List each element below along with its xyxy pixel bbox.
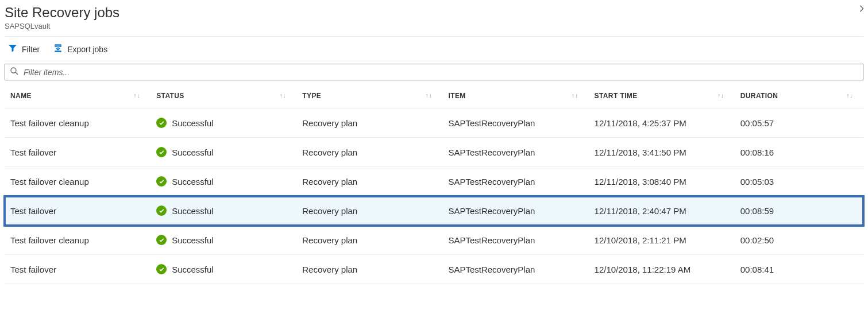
- col-header-type[interactable]: TYPE ↑↓: [296, 84, 442, 108]
- status-label: Successful: [172, 265, 214, 274]
- sort-icon: ↑↓: [279, 92, 286, 99]
- cell-status: Successful: [151, 167, 296, 196]
- table-row[interactable]: Test failoverSuccessfulRecovery planSAPT…: [5, 255, 863, 284]
- col-header-start-time[interactable]: START TIME ↑↓: [589, 84, 735, 108]
- cell-status: Successful: [151, 108, 296, 138]
- cell-type: Recovery plan: [296, 108, 442, 138]
- cell-start-time: 12/10/2018, 11:22:19 AM: [589, 255, 735, 284]
- success-check-icon: [156, 176, 167, 187]
- status-label: Successful: [172, 148, 214, 157]
- sort-icon: ↑↓: [572, 92, 578, 99]
- col-header-duration-label: DURATION: [740, 92, 778, 100]
- page-title: Site Recovery jobs: [5, 5, 863, 21]
- col-header-status-label: STATUS: [156, 92, 184, 100]
- table-row[interactable]: Test failover cleanupSuccessfulRecovery …: [5, 226, 863, 255]
- cell-name: Test failover: [5, 196, 151, 226]
- cell-item: SAPTestRecoveryPlan: [442, 196, 588, 226]
- sort-icon: ↑↓: [133, 92, 140, 99]
- cell-start-time: 12/11/2018, 3:41:50 PM: [589, 138, 735, 167]
- col-header-type-label: TYPE: [302, 92, 321, 100]
- cell-start-time: 12/11/2018, 4:25:37 PM: [589, 108, 735, 138]
- status-label: Successful: [172, 118, 214, 128]
- table-header-row: NAME ↑↓ STATUS ↑↓ TYPE ↑↓ ITEM ↑↓ START …: [5, 84, 863, 108]
- cell-status: Successful: [151, 196, 296, 226]
- col-header-item-label: ITEM: [448, 92, 465, 100]
- cell-start-time: 12/11/2018, 3:08:40 PM: [589, 167, 735, 196]
- cell-name: Test failover cleanup: [5, 108, 151, 138]
- funnel-icon: [8, 44, 17, 55]
- sort-icon: ↑↓: [846, 92, 853, 99]
- table-row[interactable]: Test failover cleanupSuccessfulRecovery …: [5, 108, 863, 138]
- cell-duration: 00:05:57: [735, 108, 863, 138]
- cell-item: SAPTestRecoveryPlan: [442, 226, 588, 255]
- filter-input-wrapper[interactable]: [5, 64, 863, 80]
- table-row[interactable]: Test failover cleanupSuccessfulRecovery …: [5, 167, 863, 196]
- cell-status: Successful: [151, 226, 296, 255]
- close-chevron-icon[interactable]: [858, 3, 866, 15]
- col-header-name[interactable]: NAME ↑↓: [5, 84, 151, 108]
- col-header-item[interactable]: ITEM ↑↓: [442, 84, 588, 108]
- sort-icon: ↑↓: [717, 92, 724, 99]
- filter-button-label: Filter: [22, 45, 40, 54]
- svg-line-1: [16, 72, 18, 75]
- export-icon: [53, 44, 63, 55]
- cell-name: Test failover cleanup: [5, 226, 151, 255]
- status-label: Successful: [172, 177, 214, 187]
- cell-type: Recovery plan: [296, 138, 442, 167]
- export-button-label: Export jobs: [67, 45, 107, 54]
- cell-item: SAPTestRecoveryPlan: [442, 108, 588, 138]
- cell-status: Successful: [151, 255, 296, 284]
- cell-name: Test failover: [5, 255, 151, 284]
- success-check-icon: [156, 235, 167, 245]
- jobs-table: NAME ↑↓ STATUS ↑↓ TYPE ↑↓ ITEM ↑↓ START …: [5, 84, 863, 284]
- page-subtitle: SAPSQLvault: [5, 22, 863, 30]
- cell-start-time: 12/11/2018, 2:40:47 PM: [589, 196, 735, 226]
- cell-duration: 00:08:16: [735, 138, 863, 167]
- export-button[interactable]: Export jobs: [53, 44, 107, 55]
- cell-name: Test failover: [5, 138, 151, 167]
- cell-name: Test failover cleanup: [5, 167, 151, 196]
- cell-item: SAPTestRecoveryPlan: [442, 167, 588, 196]
- col-header-name-label: NAME: [10, 92, 32, 100]
- success-check-icon: [156, 205, 167, 216]
- success-check-icon: [156, 264, 167, 274]
- cell-type: Recovery plan: [296, 196, 442, 226]
- cell-start-time: 12/10/2018, 2:11:21 PM: [589, 226, 735, 255]
- col-header-start-time-label: START TIME: [595, 92, 638, 100]
- cell-duration: 00:08:41: [735, 255, 863, 284]
- cell-type: Recovery plan: [296, 255, 442, 284]
- svg-point-0: [11, 68, 16, 73]
- status-label: Successful: [172, 206, 214, 216]
- cell-duration: 00:02:50: [735, 226, 863, 255]
- cell-type: Recovery plan: [296, 226, 442, 255]
- table-row[interactable]: Test failoverSuccessfulRecovery planSAPT…: [5, 138, 863, 167]
- sort-icon: ↑↓: [426, 92, 433, 99]
- cell-duration: 00:05:03: [735, 167, 863, 196]
- cell-status: Successful: [151, 138, 296, 167]
- search-icon: [10, 67, 19, 77]
- success-check-icon: [156, 118, 167, 128]
- filter-input[interactable]: [24, 68, 858, 77]
- col-header-duration[interactable]: DURATION ↑↓: [735, 84, 863, 108]
- table-row[interactable]: Test failoverSuccessfulRecovery planSAPT…: [5, 196, 863, 226]
- cell-item: SAPTestRecoveryPlan: [442, 255, 588, 284]
- col-header-status[interactable]: STATUS ↑↓: [151, 84, 296, 108]
- success-check-icon: [156, 147, 167, 157]
- page-header: Site Recovery jobs SAPSQLvault: [5, 1, 863, 37]
- cell-duration: 00:08:59: [735, 196, 863, 226]
- status-label: Successful: [172, 235, 214, 245]
- command-bar: Filter Export jobs: [5, 37, 863, 64]
- cell-item: SAPTestRecoveryPlan: [442, 138, 588, 167]
- filter-button[interactable]: Filter: [8, 44, 40, 55]
- cell-type: Recovery plan: [296, 167, 442, 196]
